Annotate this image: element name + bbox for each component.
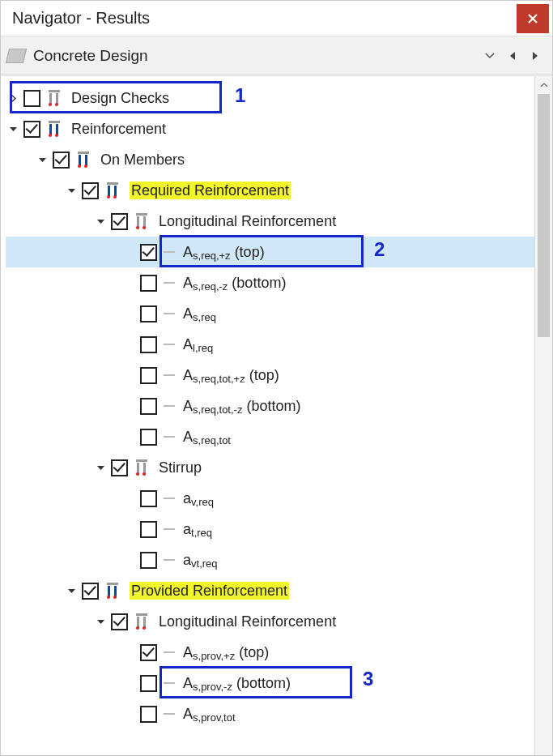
tree-item-design-checks[interactable]: Design Checks <box>6 83 534 113</box>
checkbox[interactable] <box>140 490 157 507</box>
tree-item-label: Design Checks <box>71 90 169 107</box>
checkbox[interactable] <box>111 613 128 630</box>
toolbar-label: Concrete Design <box>33 47 478 65</box>
checkbox[interactable] <box>23 90 40 107</box>
tree-item-stirrup-0[interactable]: av,req <box>6 483 534 514</box>
checkbox[interactable] <box>140 367 157 384</box>
tree-item-longitudinal-2[interactable]: Longitudinal Reinforcement <box>6 606 534 637</box>
checkbox[interactable] <box>140 521 157 538</box>
tree-item-label: Longitudinal Reinforcement <box>159 213 336 230</box>
checkbox[interactable] <box>111 459 128 476</box>
tree-item-label: Longitudinal Reinforcement <box>159 613 336 630</box>
tree-item-label: As,req,tot,-z (bottom) <box>183 398 300 415</box>
tree-item-long1-5[interactable]: As,req,tot,-z (bottom) <box>6 391 534 421</box>
tree-item-label: As,prov,tot <box>183 706 236 723</box>
item-dash-icon <box>164 713 175 715</box>
tree-item-label: As,req <box>183 305 216 322</box>
scroll-thumb[interactable] <box>538 94 550 337</box>
title-bar: Navigator - Results <box>1 1 552 36</box>
tree-item-long1-2[interactable]: As,req <box>6 298 534 329</box>
item-dash-icon <box>164 436 175 438</box>
tree-item-on-members[interactable]: On Members <box>6 144 534 175</box>
checkbox[interactable] <box>82 583 99 600</box>
checkbox[interactable] <box>140 706 157 723</box>
checkbox[interactable] <box>140 398 157 415</box>
tree-item-long1-3[interactable]: Al,req <box>6 329 534 360</box>
item-dash-icon <box>164 251 175 253</box>
close-button[interactable] <box>517 4 549 33</box>
collapse-icon[interactable] <box>93 614 108 629</box>
result-type-icon <box>76 152 94 168</box>
collapse-icon[interactable] <box>64 183 79 198</box>
tree-item-provided-reinforcement[interactable]: Provided Reinforcement <box>6 575 534 606</box>
tree-item-long1-1[interactable]: As,req,-z (bottom) <box>6 267 534 298</box>
item-dash-icon <box>164 651 175 653</box>
tree-item-long1-0[interactable]: As,req,+z (top) <box>6 237 534 267</box>
checkbox[interactable] <box>140 305 157 322</box>
result-type-icon <box>105 182 123 199</box>
scrollbar[interactable] <box>534 76 552 756</box>
checkbox[interactable] <box>111 213 128 230</box>
tree-item-long1-4[interactable]: As,req,tot,+z (top) <box>6 360 534 391</box>
dropdown-button[interactable] <box>479 45 500 66</box>
tree-item-label: As,prov,+z (top) <box>183 644 269 661</box>
close-icon <box>527 13 538 24</box>
item-dash-icon <box>164 682 175 684</box>
tree-item-required-reinforcement[interactable]: Required Reinforcement <box>6 175 534 206</box>
tree-item-label: avt,req <box>183 552 218 569</box>
tree-item-longitudinal-1[interactable]: Longitudinal Reinforcement <box>6 206 534 237</box>
scroll-up-button[interactable] <box>535 76 552 94</box>
toolbar: Concrete Design <box>1 36 552 75</box>
annotation-label-2: 2 <box>374 238 385 261</box>
tree-item-label: As,req,tot <box>183 429 231 446</box>
tree-item-long1-6[interactable]: As,req,tot <box>6 421 534 452</box>
item-dash-icon <box>164 344 175 345</box>
tree-item-label: Reinforcement <box>71 121 166 138</box>
collapse-icon[interactable] <box>93 460 108 475</box>
tree-item-label: As,req,tot,+z (top) <box>183 367 279 384</box>
tree-item-label: Al,req <box>183 336 213 353</box>
checkbox[interactable] <box>140 336 157 353</box>
window-title: Navigator - Results <box>12 9 150 28</box>
tree-item-long2-0[interactable]: As,prov,+z (top) <box>6 637 534 668</box>
tree-item-stirrup-1[interactable]: at,req <box>6 514 534 545</box>
tree-view[interactable]: Design ChecksReinforcementOn MembersRequ… <box>1 76 534 756</box>
checkbox[interactable] <box>140 275 157 292</box>
tree-item-label: Required Reinforcement <box>130 182 291 199</box>
collapse-icon[interactable] <box>6 122 20 136</box>
collapse-icon[interactable] <box>35 152 49 167</box>
tree-item-label: at,req <box>183 521 212 538</box>
checkbox[interactable] <box>140 644 157 661</box>
collapse-icon[interactable] <box>64 583 79 598</box>
tree-item-label: As,prov,-z (bottom) <box>183 675 291 692</box>
item-dash-icon <box>164 313 175 314</box>
checkbox[interactable] <box>82 182 99 199</box>
tree-item-stirrup[interactable]: Stirrup <box>6 452 534 483</box>
tree-item-long2-2[interactable]: As,prov,tot <box>6 698 534 729</box>
checkbox[interactable] <box>140 244 157 261</box>
category-icon <box>6 49 27 63</box>
result-type-icon <box>134 213 152 229</box>
item-dash-icon <box>164 282 175 284</box>
tree-item-label: As,req,-z (bottom) <box>183 275 286 292</box>
checkbox[interactable] <box>140 429 157 446</box>
checkbox[interactable] <box>23 121 40 138</box>
tree-item-label: av,req <box>183 490 214 507</box>
checkbox[interactable] <box>140 675 157 692</box>
result-type-icon <box>105 583 123 599</box>
chevron-up-icon <box>540 83 548 88</box>
checkbox[interactable] <box>53 152 70 169</box>
prev-button[interactable] <box>502 45 523 66</box>
next-button[interactable] <box>525 45 546 66</box>
triangle-left-icon <box>508 51 517 61</box>
checkbox[interactable] <box>140 552 157 569</box>
expand-icon[interactable] <box>6 91 20 105</box>
item-dash-icon <box>164 528 175 530</box>
triangle-right-icon <box>531 51 539 61</box>
tree-item-long2-1[interactable]: As,prov,-z (bottom) <box>6 668 534 698</box>
item-dash-icon <box>164 498 175 499</box>
item-dash-icon <box>164 559 175 561</box>
tree-item-stirrup-2[interactable]: avt,req <box>6 545 534 575</box>
tree-item-reinforcement[interactable]: Reinforcement <box>6 113 534 144</box>
collapse-icon[interactable] <box>93 214 108 229</box>
